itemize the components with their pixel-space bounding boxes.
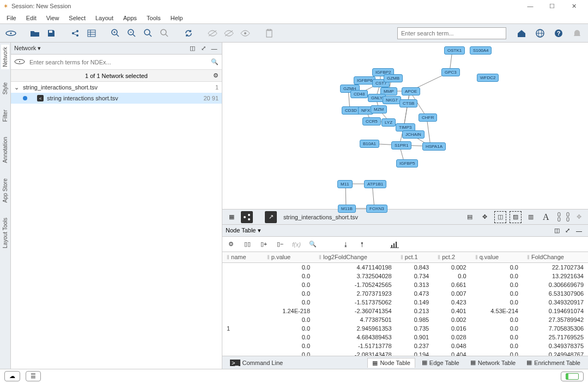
float-icon[interactable]: ⤢ <box>199 44 208 53</box>
table-gear-icon[interactable]: ⚙ <box>226 239 237 250</box>
add-column-icon[interactable]: ▯+ <box>258 239 269 250</box>
minimize-panel-icon[interactable]: — <box>210 44 219 53</box>
search-icon[interactable]: 🔍 <box>211 58 219 65</box>
log-button[interactable]: ☰ <box>26 371 41 381</box>
minimize-button[interactable]: — <box>519 0 541 12</box>
column-header[interactable]: ⫴ q.value <box>471 252 523 263</box>
network-view-icon[interactable] <box>241 211 253 223</box>
graph-node[interactable]: CCR5 <box>362 117 381 125</box>
menu-select[interactable]: Select <box>64 14 90 22</box>
zoom-fit-icon[interactable] <box>142 27 155 40</box>
zoom-out-icon[interactable] <box>125 27 138 40</box>
graph-node[interactable]: FOXN3 <box>366 205 387 213</box>
column-header[interactable]: ⫴ pct.2 <box>433 252 470 263</box>
ndex-search-input[interactable] <box>28 58 208 67</box>
new-session-icon[interactable] <box>4 27 17 40</box>
export-icon[interactable]: ▤ <box>464 211 476 223</box>
detach-view-icon[interactable]: ↗ <box>265 211 277 223</box>
graph-node[interactable]: CHFR <box>419 113 437 122</box>
table-row[interactable]: 0.0-1.7052425650.3130.6610.00.306669679 <box>222 280 588 289</box>
graph-node[interactable]: NKG7 <box>383 96 401 104</box>
graph-node[interactable]: WFDC2 <box>477 74 499 82</box>
show-graphics-icon[interactable]: ▥ <box>525 211 537 223</box>
graph-node[interactable]: APOE <box>402 87 420 95</box>
menu-layout[interactable]: Layout <box>91 14 118 22</box>
export-table-icon[interactable]: ⭱ <box>356 239 367 250</box>
table-row[interactable]: 10.02.9459613530.7350.0160.07.705835306 <box>222 324 588 333</box>
grid-view-icon[interactable]: ▦ <box>226 211 238 223</box>
delete-column-icon[interactable]: ▯− <box>275 239 286 250</box>
bell-icon[interactable] <box>571 27 584 40</box>
table-icon[interactable] <box>85 27 98 40</box>
save-icon[interactable] <box>45 27 58 40</box>
table-row[interactable]: 0.0-1.5173750620.1490.4230.00.349320917 <box>222 298 588 307</box>
maximize-button[interactable]: ☐ <box>541 0 563 12</box>
side-tab-app-store[interactable]: App Store <box>1 176 9 205</box>
table-search-icon[interactable]: 🔍 <box>307 239 318 250</box>
side-tab-filter[interactable]: Filter <box>1 107 9 124</box>
table-row[interactable]: 0.04.6843894530.9010.0280.025.71769525 <box>222 333 588 342</box>
hide-labels-icon[interactable]: ▨ <box>510 211 522 223</box>
memory-indicator[interactable] <box>561 372 584 381</box>
menu-tools[interactable]: Tools <box>142 14 165 22</box>
close-button[interactable]: ✕ <box>563 0 585 12</box>
column-header[interactable]: ⫴ pct.1 <box>396 252 433 263</box>
column-header[interactable]: ⫴ log2FoldChange <box>314 252 396 263</box>
graph-node[interactable]: MZM <box>371 105 387 113</box>
network-panel-title[interactable]: Network ▾ <box>14 45 186 52</box>
bird-eye-icon[interactable]: ✥ <box>573 211 585 223</box>
function-icon[interactable]: f(x) <box>291 239 302 250</box>
search-input[interactable] <box>397 27 506 39</box>
graph-node[interactable]: CTSB <box>399 99 417 107</box>
menu-apps[interactable]: Apps <box>119 14 141 22</box>
graph-node[interactable]: IGFBP5 <box>396 159 418 167</box>
network-tree-row[interactable]: <string interactions short.tsv20 91 <box>11 93 222 104</box>
help-icon[interactable]: ? <box>552 27 565 40</box>
table-row[interactable]: 0.04.4711401980.8430.0020.022.1702734 <box>222 263 588 272</box>
table-minimize-icon[interactable]: — <box>576 228 585 234</box>
dock-icon[interactable]: ◫ <box>188 44 197 53</box>
graph-node[interactable]: LYZ <box>381 118 396 127</box>
menu-file[interactable]: File <box>2 14 21 22</box>
table-row[interactable]: 0.04.773875010.9850.0020.027.35789942 <box>222 315 588 324</box>
gear-icon[interactable]: ⚙ <box>213 72 219 79</box>
table-row[interactable]: 0.0-2.0831434780.1940.4040.00.249948767 <box>222 350 588 356</box>
tab-node-table[interactable]: ▦Node Table <box>367 358 415 368</box>
graph-node[interactable]: S100A4 <box>470 46 492 55</box>
graph-node[interactable]: JCHAIN <box>402 130 425 139</box>
clipboard-icon[interactable] <box>263 27 276 40</box>
graph-node[interactable]: GZMB <box>384 74 403 82</box>
fit-content-icon[interactable]: ✥ <box>479 211 491 223</box>
side-tab-layout-tools[interactable]: Layout Tools <box>1 216 9 250</box>
table-row[interactable]: 0.02.7073719230.4730.0070.06.531307906 <box>222 289 588 298</box>
menu-help[interactable]: Help <box>166 14 187 22</box>
zoom-in-icon[interactable] <box>109 27 122 40</box>
table-float-icon[interactable]: ⤢ <box>565 227 574 234</box>
graph-node[interactable]: M11B <box>338 205 356 213</box>
hide2-icon[interactable] <box>222 27 235 40</box>
table-row[interactable]: 0.0-1.517137780.2370.0480.00.349378375 <box>222 342 588 350</box>
graph-node[interactable]: B10A1 <box>360 140 379 148</box>
chart-icon[interactable] <box>389 239 400 250</box>
show-icon[interactable] <box>239 27 252 40</box>
zoom-selected-icon[interactable] <box>158 27 171 40</box>
hide-icon[interactable] <box>206 27 219 40</box>
graph-node[interactable]: CD48 <box>350 90 368 98</box>
tab-network-table[interactable]: ▦Network Table <box>466 358 520 368</box>
graph-node[interactable]: HSPA1A <box>422 142 446 151</box>
graph-node[interactable]: S1PR1 <box>391 141 411 149</box>
side-tab-style[interactable]: Style <box>1 80 9 97</box>
graph-node[interactable]: M11 <box>337 180 353 188</box>
column-header[interactable]: ⫴ FoldChange <box>523 252 588 263</box>
side-tab-network[interactable]: Network <box>1 45 9 69</box>
graph-node[interactable]: GPC3 <box>441 68 460 76</box>
data-table[interactable]: ⫴ name⫴ p.value⫴ log2FoldChange⫴ pct.1⫴ … <box>222 252 588 356</box>
graph-view[interactable]: OSTK1S100A4GPC3WFDC2IGFBP2IGFBP6CST7GZMB… <box>222 43 588 210</box>
globe-icon[interactable] <box>534 27 547 40</box>
always-show-icon[interactable]: ◫ <box>494 211 506 223</box>
tab-edge-table[interactable]: ▦Edge Table <box>417 358 464 368</box>
refresh-icon[interactable] <box>182 27 195 40</box>
tab-command-line[interactable]: >_Command Line <box>226 358 287 367</box>
table-row[interactable]: 0.03.7325040280.7340.00.013.2921634 <box>222 272 588 280</box>
table-panel-title[interactable]: Node Table ▾ <box>226 227 552 234</box>
